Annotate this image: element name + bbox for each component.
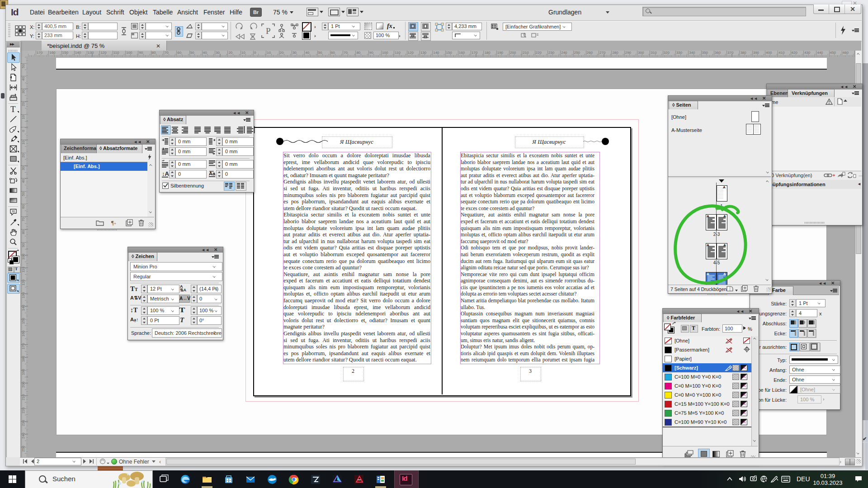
svg-text:↕A: ↕A	[162, 170, 170, 177]
svg-text:P: P	[266, 26, 271, 36]
svg-text:T: T	[10, 104, 16, 114]
svg-text:Aa: Aa	[209, 171, 216, 176]
